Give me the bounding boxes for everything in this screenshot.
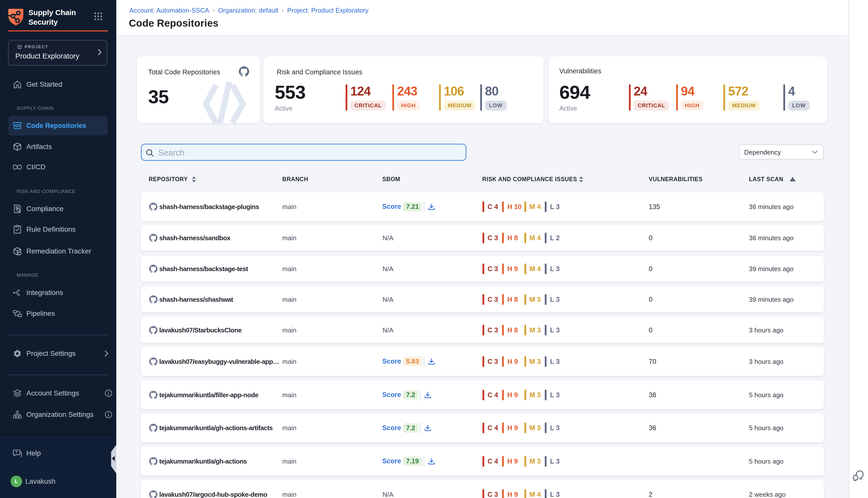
svg-text:?: ? <box>15 450 18 455</box>
